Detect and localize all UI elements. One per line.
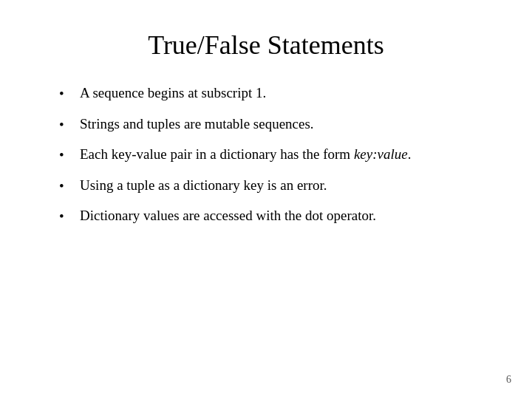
- bullet-text-1: A sequence begins at subscript 1.: [80, 83, 494, 104]
- bullet-dot-1: •: [59, 83, 74, 105]
- bullet-item-2: • Strings and tuples are mutable sequenc…: [59, 114, 495, 136]
- bullet-item-4: • Using a tuple as a dictionary key is a…: [59, 175, 495, 197]
- bullet-item-3: • Each key-value pair in a dictionary ha…: [59, 144, 495, 166]
- bullet-item-1: • A sequence begins at subscript 1.: [59, 83, 495, 105]
- bullet-text-2: Strings and tuples are mutable sequences…: [80, 114, 494, 135]
- bullet-text-5: Dictionary values are accessed with the …: [80, 205, 494, 227]
- bullet-text-4: Using a tuple as a dictionary key is an …: [80, 175, 494, 197]
- bullet-item-5: • Dictionary values are accessed with th…: [59, 205, 495, 228]
- bullet-list: • A sequence begins at subscript 1. • St…: [59, 83, 495, 236]
- bullet-text-3: Each key-value pair in a dictionary has …: [80, 144, 494, 166]
- slide: True/False Statements • A sequence begin…: [0, 0, 532, 399]
- page-number: 6: [506, 374, 511, 386]
- slide-title: True/False Statements: [37, 30, 495, 61]
- bullet-dot-5: •: [59, 206, 74, 228]
- bullet-dot-2: •: [59, 115, 74, 136]
- italic-key-value: key:value: [354, 146, 408, 162]
- bullet-dot-4: •: [59, 176, 74, 197]
- bullet-dot-3: •: [59, 145, 74, 166]
